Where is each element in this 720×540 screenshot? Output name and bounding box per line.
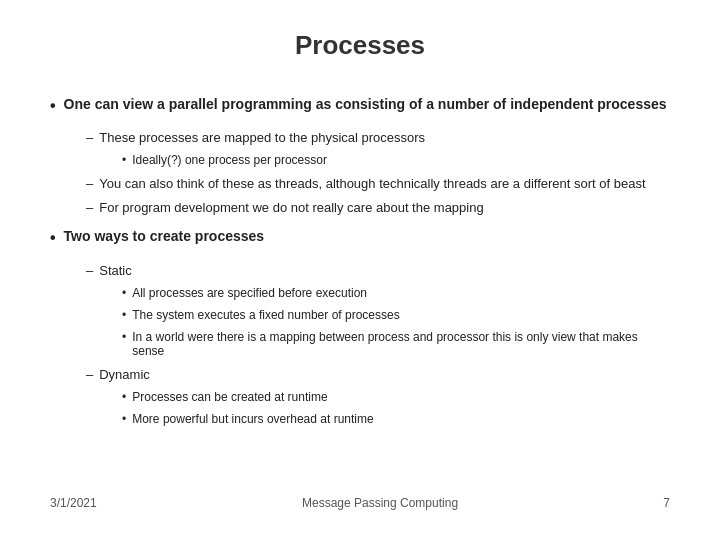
bullet-1-marker: • (50, 95, 56, 117)
bullet-2-marker: • (50, 227, 56, 249)
bullet-1-3-text: For program development we do not really… (99, 200, 483, 215)
bullet-2-1-text: Static (99, 263, 132, 278)
bullet-2-1: – Static (86, 263, 670, 278)
bullet-1: • One can view a parallel programming as… (50, 95, 670, 117)
slide-content: • One can view a parallel programming as… (50, 89, 670, 486)
bullet-2-1-dash: – (86, 263, 93, 278)
bullet-1-1: – These processes are mapped to the phys… (86, 130, 670, 145)
bullet-1-2-text: You can also think of these as threads, … (99, 176, 645, 191)
bullet-2-1-3-text: In a world were there is a mapping betwe… (132, 330, 670, 358)
bullet-2-2-1: • Processes can be created at runtime (122, 390, 670, 404)
bullet-1-2-dash: – (86, 176, 93, 191)
bullet-2-1-2-text: The system executes a fixed number of pr… (132, 308, 399, 322)
bullet-2-1-2-dot: • (122, 308, 126, 322)
footer-page: 7 (663, 496, 670, 510)
bullet-2-1-2: • The system executes a fixed number of … (122, 308, 670, 322)
bullet-1-1-1-dot: • (122, 153, 126, 167)
bullet-1-1-text: These processes are mapped to the physic… (99, 130, 425, 145)
bullet-2-2-dash: – (86, 367, 93, 382)
bullet-1-2: – You can also think of these as threads… (86, 176, 670, 191)
bullet-2-text: Two ways to create processes (64, 227, 265, 247)
slide: Processes • One can view a parallel prog… (0, 0, 720, 540)
bullet-1-3: – For program development we do not real… (86, 200, 670, 215)
bullet-2-1-1-text: All processes are specified before execu… (132, 286, 367, 300)
bullet-2: • Two ways to create processes (50, 227, 670, 249)
bullet-2-2: – Dynamic (86, 367, 670, 382)
footer-date: 3/1/2021 (50, 496, 97, 510)
bullet-2-2-2-dot: • (122, 412, 126, 426)
bullet-1-text: One can view a parallel programming as c… (64, 95, 667, 115)
bullet-2-2-1-text: Processes can be created at runtime (132, 390, 327, 404)
bullet-2-2-text: Dynamic (99, 367, 150, 382)
footer-title: Message Passing Computing (97, 496, 664, 510)
bullet-2-2-2-text: More powerful but incurs overhead at run… (132, 412, 373, 426)
bullet-1-1-dash: – (86, 130, 93, 145)
bullet-1-1-1: • Ideally(?) one process per processor (122, 153, 670, 167)
bullet-2-1-1: • All processes are specified before exe… (122, 286, 670, 300)
bullet-2-1-3-dot: • (122, 330, 126, 344)
bullet-2-1-3: • In a world were there is a mapping bet… (122, 330, 670, 358)
bullet-1-1-1-text: Ideally(?) one process per processor (132, 153, 327, 167)
bullet-2-1-1-dot: • (122, 286, 126, 300)
slide-title: Processes (50, 30, 670, 61)
bullet-2-2-2: • More powerful but incurs overhead at r… (122, 412, 670, 426)
bullet-1-3-dash: – (86, 200, 93, 215)
bullet-2-2-1-dot: • (122, 390, 126, 404)
slide-footer: 3/1/2021 Message Passing Computing 7 (50, 486, 670, 510)
